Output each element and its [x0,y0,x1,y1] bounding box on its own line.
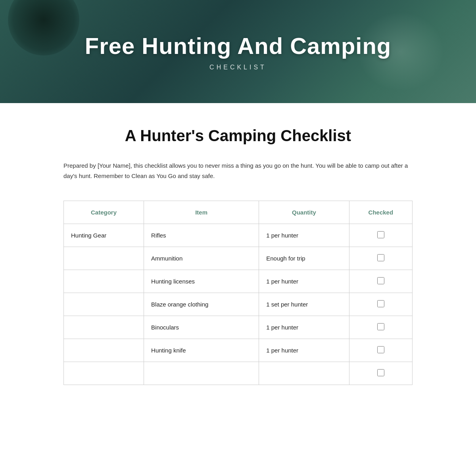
checkbox-input[interactable] [377,300,384,307]
table-row [64,362,413,385]
cell-item: Binoculars [144,316,259,339]
table-row: Hunting GearRifles1 per hunter [64,224,413,247]
cell-item: Ammunition [144,247,259,270]
cell-quantity: 1 per hunter [259,316,349,339]
checkbox-input[interactable] [377,323,384,330]
intro-text: Prepared by [Your Name], this checklist … [63,161,413,181]
table-row: Blaze orange clothing1 set per hunter [64,293,413,316]
cell-category [64,362,144,385]
cell-checked[interactable] [349,339,412,362]
cell-checked[interactable] [349,293,412,316]
cell-checked[interactable] [349,362,412,385]
cell-quantity: 1 per hunter [259,270,349,293]
col-header-category: Category [64,201,144,224]
table-header-row: Category Item Quantity Checked [64,201,413,224]
col-header-quantity: Quantity [259,201,349,224]
cell-checked[interactable] [349,224,412,247]
cell-category [64,293,144,316]
cell-category [64,316,144,339]
cell-item: Rifles [144,224,259,247]
table-row: AmmunitionEnough for trip [64,247,413,270]
table-row: Hunting knife1 per hunter [64,339,413,362]
checkbox-input[interactable] [377,277,384,284]
col-header-item: Item [144,201,259,224]
cell-category [64,247,144,270]
header-subtitle: CHECKLIST [209,64,267,71]
cell-category [64,270,144,293]
cell-item: Hunting licenses [144,270,259,293]
cell-item [144,362,259,385]
cell-item: Hunting knife [144,339,259,362]
cell-category: Hunting Gear [64,224,144,247]
checklist-table: Category Item Quantity Checked Hunting G… [63,201,413,385]
cell-quantity [259,362,349,385]
cell-checked[interactable] [349,247,412,270]
table-row: Binoculars1 per hunter [64,316,413,339]
cell-quantity: 1 per hunter [259,224,349,247]
checkbox-input[interactable] [377,346,384,353]
cell-quantity: 1 per hunter [259,339,349,362]
checklist-title: A Hunter's Camping Checklist [63,127,413,145]
cell-quantity: 1 set per hunter [259,293,349,316]
cell-quantity: Enough for trip [259,247,349,270]
cell-checked[interactable] [349,316,412,339]
checkbox-input[interactable] [377,254,384,261]
content-area: A Hunter's Camping Checklist Prepared by… [40,103,436,409]
checkbox-input[interactable] [377,231,384,238]
table-row: Hunting licenses1 per hunter [64,270,413,293]
cell-item: Blaze orange clothing [144,293,259,316]
checkbox-input[interactable] [377,369,384,376]
cell-category [64,339,144,362]
col-header-checked: Checked [349,201,412,224]
header-banner: Free Hunting And Camping CHECKLIST [0,0,476,103]
cell-checked[interactable] [349,270,412,293]
header-title: Free Hunting And Camping [85,33,392,59]
